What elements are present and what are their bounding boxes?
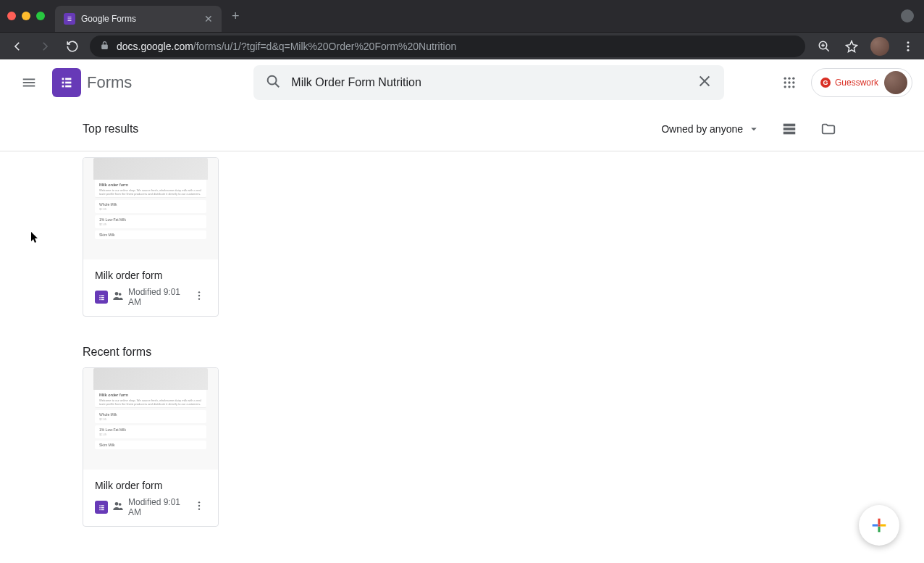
back-button[interactable] xyxy=(7,36,28,57)
tab-close-button[interactable]: ✕ xyxy=(204,13,213,25)
svg-rect-2 xyxy=(68,20,72,21)
window-maximize-button[interactable] xyxy=(36,12,45,20)
guesswork-label: Guesswork xyxy=(835,78,878,88)
list-view-button[interactable] xyxy=(776,116,802,142)
svg-rect-40 xyxy=(99,505,100,506)
svg-rect-51 xyxy=(878,519,880,525)
tab-favicon-icon xyxy=(64,13,75,25)
card-meta: Milk order form Modified 9:01 AM xyxy=(83,259,218,316)
svg-point-46 xyxy=(115,502,119,506)
search-input[interactable] xyxy=(291,76,686,89)
svg-rect-26 xyxy=(784,124,796,127)
form-card[interactable]: Milk order form Welcome to our online sh… xyxy=(83,157,219,317)
app-header: Forms G Guesswork xyxy=(0,59,924,106)
svg-point-50 xyxy=(198,508,200,509)
lock-icon xyxy=(100,40,109,53)
svg-rect-0 xyxy=(68,17,72,17)
svg-point-5 xyxy=(907,45,910,47)
google-apps-button[interactable] xyxy=(775,68,804,97)
svg-rect-32 xyxy=(101,297,104,298)
card-title: Milk order form xyxy=(95,270,206,281)
svg-rect-44 xyxy=(99,509,100,509)
main-menu-button[interactable] xyxy=(12,65,46,100)
card-more-button[interactable] xyxy=(192,500,206,514)
content-area: Milk order form Welcome to our online sh… xyxy=(0,151,924,556)
browser-avatar[interactable] xyxy=(870,37,889,56)
svg-rect-42 xyxy=(99,507,100,508)
owner-filter-dropdown[interactable]: Owned by anyone xyxy=(658,118,763,140)
svg-point-39 xyxy=(198,298,200,299)
svg-rect-7 xyxy=(23,79,35,80)
guesswork-chip[interactable]: G Guesswork xyxy=(811,68,912,97)
svg-point-17 xyxy=(784,78,786,80)
svg-rect-10 xyxy=(62,78,64,80)
shared-icon xyxy=(112,290,124,304)
shared-icon xyxy=(112,500,124,514)
forms-logo-icon xyxy=(52,68,81,97)
plus-multicolor-icon xyxy=(869,515,889,535)
svg-rect-8 xyxy=(23,82,35,83)
account-avatar[interactable] xyxy=(884,71,907,94)
new-tab-button[interactable]: + xyxy=(232,9,240,24)
logo-area[interactable]: Forms xyxy=(52,68,132,97)
recent-forms-grid: Milk order form Welcome to our online sh… xyxy=(83,367,841,527)
search-icon xyxy=(265,73,281,92)
svg-rect-45 xyxy=(101,509,104,509)
svg-point-23 xyxy=(784,86,786,88)
filter-bar: Top results Owned by anyone xyxy=(0,106,924,151)
browser-chrome: Google Forms ✕ + docs.google.com/forms/u… xyxy=(0,0,924,59)
svg-point-24 xyxy=(788,86,790,88)
bookmark-icon[interactable] xyxy=(843,36,860,57)
window-close-button[interactable] xyxy=(7,12,16,20)
window-minimize-button[interactable] xyxy=(22,12,30,20)
clear-search-button[interactable] xyxy=(697,73,713,93)
form-card[interactable]: Milk order form Welcome to our online sh… xyxy=(83,367,219,527)
url-text: docs.google.com/forms/u/1/?tgif=d&q=Milk… xyxy=(117,41,456,52)
top-results-grid: Milk order form Welcome to our online sh… xyxy=(83,157,841,317)
top-results-heading: Top results xyxy=(83,122,138,135)
card-modified-date: Modified 9:01 AM xyxy=(128,287,188,307)
svg-rect-33 xyxy=(99,299,100,299)
open-picker-button[interactable] xyxy=(815,116,841,142)
window-controls xyxy=(7,12,45,20)
svg-rect-52 xyxy=(878,527,880,533)
card-thumbnail: Milk order form Welcome to our online sh… xyxy=(83,158,218,259)
svg-rect-41 xyxy=(101,505,104,506)
svg-rect-54 xyxy=(881,524,886,526)
card-title: Milk order form xyxy=(95,480,206,491)
svg-point-20 xyxy=(784,81,786,83)
tab-title: Google Forms xyxy=(81,14,198,24)
forms-doc-icon xyxy=(95,291,108,304)
zoom-icon[interactable] xyxy=(815,36,833,57)
svg-point-21 xyxy=(788,81,790,83)
svg-point-25 xyxy=(792,86,794,88)
svg-rect-34 xyxy=(101,299,104,299)
card-meta: Milk order form Modified 9:01 AM xyxy=(83,470,218,526)
forms-doc-icon xyxy=(95,501,108,514)
card-more-button[interactable] xyxy=(192,290,206,304)
address-bar[interactable]: docs.google.com/forms/u/1/?tgif=d&q=Milk… xyxy=(90,36,805,57)
tab-strip: Google Forms ✕ + xyxy=(0,0,924,32)
create-new-button[interactable] xyxy=(859,505,899,546)
svg-rect-31 xyxy=(99,297,100,298)
svg-rect-43 xyxy=(101,507,104,508)
browser-menu-button[interactable] xyxy=(899,36,917,57)
browser-toolbar: docs.google.com/forms/u/1/?tgif=d&q=Milk… xyxy=(0,32,924,59)
recent-forms-heading: Recent forms xyxy=(83,346,841,359)
reload-button[interactable] xyxy=(62,36,83,57)
svg-point-47 xyxy=(119,503,122,506)
browser-profile-icon[interactable] xyxy=(901,9,914,22)
browser-tab[interactable]: Google Forms ✕ xyxy=(55,6,222,32)
card-thumbnail: Milk order form Welcome to our online sh… xyxy=(83,368,218,470)
svg-point-16 xyxy=(268,76,277,85)
svg-rect-1 xyxy=(68,19,72,20)
search-box[interactable] xyxy=(253,65,724,100)
browser-actions xyxy=(815,36,917,57)
svg-rect-12 xyxy=(62,82,64,84)
svg-rect-55 xyxy=(878,524,880,526)
svg-rect-14 xyxy=(62,86,64,88)
forward-button[interactable] xyxy=(35,36,55,57)
svg-point-18 xyxy=(788,78,790,80)
filter-controls: Owned by anyone xyxy=(658,116,841,142)
svg-point-38 xyxy=(198,295,200,296)
